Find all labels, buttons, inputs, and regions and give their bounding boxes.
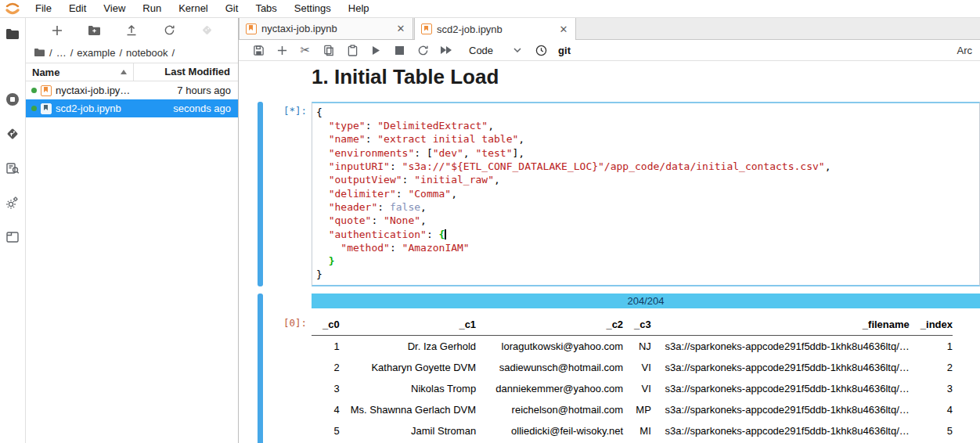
file-row[interactable]: scd2-job.ipynbseconds ago <box>26 99 238 117</box>
add-cell-button[interactable] <box>270 41 294 59</box>
menu-items: FileEditViewRunKernelGitTabsSettingsHelp <box>27 0 378 17</box>
table-cell: sadiewunsch@hotmail.com <box>476 357 623 378</box>
close-tab-icon[interactable]: ✕ <box>395 23 406 34</box>
main-dock: nyctaxi-job.ipynb ✕ scd2-job.ipynb ✕ ✂ <box>239 18 980 443</box>
home-folder-icon[interactable] <box>34 48 45 57</box>
table-cell: loragutkowski@yahoo.com <box>476 335 623 357</box>
table-cell: 5 <box>910 420 953 441</box>
code-line: "name": "extract initial table", <box>316 132 979 146</box>
output-cell: 204/204 [0]: _c0_c1_c2_c3_filename_index… <box>239 294 980 443</box>
breadcrumb-item-x[interactable]: … <box>56 47 67 59</box>
sort-ascending-icon <box>121 70 127 74</box>
table-cell: 2 <box>312 357 340 378</box>
table-cell: s3a://sparkoneks-appcode291f5ddb-1khk8u4… <box>651 335 910 357</box>
git-toolbar-label[interactable]: git <box>558 45 571 56</box>
code-line: { <box>316 106 979 119</box>
file-browser-icon[interactable] <box>5 26 20 41</box>
git-clone-disabled-icon <box>198 22 215 39</box>
table-column-header: _index <box>910 314 953 336</box>
kernel-status-dot <box>31 106 37 111</box>
notebook-toolbar: ✂ Code <box>239 40 980 61</box>
tab-scd2-job[interactable]: scd2-job.ipynb ✕ <box>414 18 576 40</box>
markdown-cell[interactable]: 1. Initial Table Load <box>239 64 980 102</box>
run-cell-button[interactable] <box>364 41 387 59</box>
menu-git[interactable]: Git <box>217 0 247 17</box>
new-launcher-button[interactable] <box>49 22 66 39</box>
file-row[interactable]: nyctaxi-job.ipy…7 hours ago <box>26 81 238 99</box>
copy-cells-button[interactable] <box>317 41 340 59</box>
table-cell: Katharyn Goyette DVM <box>340 357 476 378</box>
running-sessions-icon[interactable] <box>5 92 20 107</box>
table-cell: Nikolas Tromp <box>340 378 476 399</box>
code-line: "quote": "None", <box>316 214 979 227</box>
table-cell: 2 <box>910 357 953 378</box>
file-list-header: Name Last Modified <box>26 63 238 81</box>
close-tab-icon[interactable]: ✕ <box>558 23 569 35</box>
tab-nyctaxi-job[interactable]: nyctaxi-job.ipynb ✕ <box>239 18 413 39</box>
menu-run[interactable]: Run <box>134 0 170 17</box>
code-line: } <box>316 254 979 268</box>
save-button[interactable] <box>247 41 270 59</box>
extension-manager-icon[interactable] <box>5 229 20 245</box>
table-cell: MI <box>623 420 651 441</box>
property-inspector-icon[interactable] <box>5 160 20 176</box>
cell-type-select[interactable]: Code <box>469 45 521 56</box>
table-cell: Jamil Stroman <box>340 420 476 441</box>
table-row: 1Dr. Iza Gerholdloragutkowski@yahoo.comN… <box>312 335 953 357</box>
table-header-row: _c0_c1_c2_c3_filename_index <box>312 314 953 336</box>
column-header-last-modified[interactable]: Last Modified <box>133 63 238 81</box>
code-line: } <box>316 268 979 281</box>
table-cell: 1 <box>312 335 340 357</box>
menu-settings[interactable]: Settings <box>286 0 340 17</box>
code-cell[interactable]: [*]: { "type": "DelimitedExtract", "name… <box>239 102 980 286</box>
table-cell: VI <box>623 357 651 378</box>
code-line: "method": "AmazonIAM" <box>316 241 979 254</box>
table-cell: Ms. Shawnna Gerlach DVM <box>340 399 476 420</box>
restart-kernel-button[interactable] <box>411 41 434 59</box>
code-line: "type": "DelimitedExtract", <box>316 119 979 132</box>
menu-tabs[interactable]: Tabs <box>247 0 285 17</box>
code-line: "inputURI": "s3a://"${ETL_CONF_DATALAKE_… <box>316 160 979 173</box>
upload-button[interactable] <box>123 22 140 39</box>
new-folder-button[interactable] <box>86 22 103 39</box>
chevron-down-icon <box>513 48 521 52</box>
stop-kernel-button[interactable] <box>387 41 411 59</box>
breadcrumb-separator: / <box>49 47 52 59</box>
paste-cells-button[interactable] <box>340 41 364 59</box>
table-cell: VI <box>623 378 651 399</box>
table-cell: 4 <box>312 399 340 420</box>
table-cell: s3a://sparkoneks-appcode291f5ddb-1khk8u4… <box>651 378 910 399</box>
restart-run-all-button[interactable] <box>434 41 458 59</box>
cut-cells-button[interactable]: ✂ <box>294 41 317 59</box>
file-modified-time: seconds ago <box>173 103 238 114</box>
output-collapser[interactable] <box>258 294 263 443</box>
settings-gears-icon[interactable] <box>5 195 20 211</box>
breadcrumb-separator: / <box>70 47 74 59</box>
table-cell: NJ <box>623 335 651 357</box>
file-browser-toolbar <box>26 18 238 42</box>
menu-file[interactable]: File <box>27 0 60 17</box>
notebook-file-icon <box>246 23 257 34</box>
execution-time-icon[interactable] <box>535 45 547 56</box>
table-cell: danniekemmer@yahoo.com <box>476 378 623 399</box>
notebook-file-icon <box>41 103 52 114</box>
breadcrumb-item-notebook[interactable]: notebook <box>126 47 168 59</box>
refresh-file-browser-button[interactable] <box>160 22 178 39</box>
table-row: 5Jamil Stromanolliedicki@feil-wisoky.net… <box>312 420 953 441</box>
cell-collapser[interactable] <box>258 102 263 286</box>
tab-bar: nyctaxi-job.ipynb ✕ scd2-job.ipynb ✕ <box>239 18 980 40</box>
git-sidebar-icon[interactable] <box>5 126 20 142</box>
menu-view[interactable]: View <box>95 0 134 17</box>
table-row: 3Nikolas Trompdanniekemmer@yahoo.comVIs3… <box>312 378 953 399</box>
menu-bar: FileEditViewRunKernelGitTabsSettingsHelp <box>0 0 980 18</box>
menu-kernel[interactable]: Kernel <box>170 0 217 17</box>
breadcrumb-separator: / <box>172 47 175 59</box>
menu-edit[interactable]: Edit <box>60 0 95 17</box>
breadcrumb-item-example[interactable]: example <box>77 47 115 59</box>
code-line: "authentication": { <box>316 228 979 241</box>
kernel-name-label[interactable]: Arc <box>957 45 976 56</box>
menu-help[interactable]: Help <box>340 0 378 17</box>
column-header-name[interactable]: Name <box>26 67 133 78</box>
table-column-header: _c3 <box>623 314 651 336</box>
code-editor[interactable]: { "type": "DelimitedExtract", "name": "e… <box>312 102 980 286</box>
